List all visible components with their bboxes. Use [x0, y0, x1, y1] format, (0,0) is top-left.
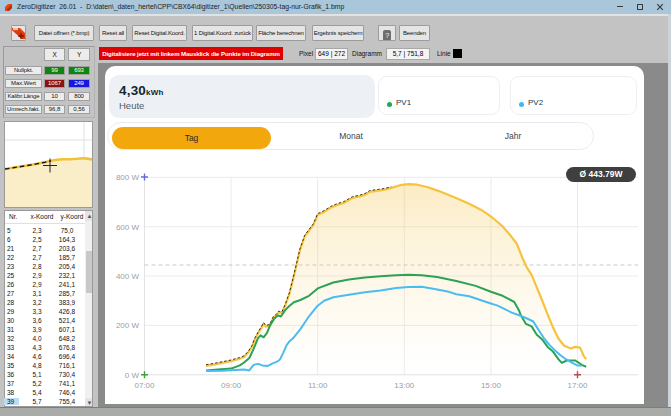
svg-text:15:00: 15:00 — [481, 381, 502, 390]
svg-text:200 W: 200 W — [116, 321, 140, 330]
svg-text:13:00: 13:00 — [394, 381, 415, 390]
svg-text:600 W: 600 W — [116, 223, 140, 232]
svg-text:400 W: 400 W — [116, 272, 140, 281]
svg-text:800 W: 800 W — [116, 173, 140, 182]
svg-text:0 W: 0 W — [125, 371, 140, 380]
svg-text:09:00: 09:00 — [221, 381, 242, 390]
svg-text:07:00: 07:00 — [134, 381, 155, 390]
svg-text:11:00: 11:00 — [308, 381, 328, 390]
svg-text:17:00: 17:00 — [567, 381, 588, 390]
